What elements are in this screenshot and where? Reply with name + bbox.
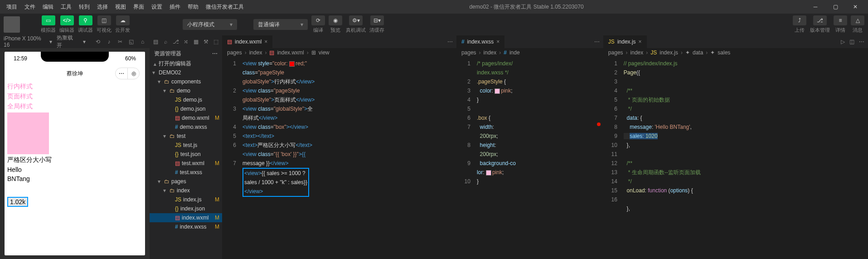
editor-group: ▤index.wxml× ⋯ pages› index› ▤index.wxml…: [222, 35, 868, 259]
more-icon[interactable]: ⋯: [212, 50, 218, 57]
folder-test[interactable]: ▾🗀test: [150, 132, 222, 141]
pink-swatch: [486, 170, 491, 176]
files-icon[interactable]: ▤: [152, 38, 159, 46]
search-icon[interactable]: ⌕: [162, 38, 169, 46]
menu-file[interactable]: 文件: [22, 3, 38, 11]
debugger-button[interactable]: ⚲: [79, 15, 92, 25]
details-button[interactable]: ≡: [834, 15, 847, 25]
page-style-text: 页面样式: [5, 92, 145, 102]
tab-bar-1: ▤index.wxml× ⋯: [223, 35, 456, 48]
file-index.js[interactable]: JSindex.jsM: [150, 195, 222, 204]
phone-notch: [41, 52, 109, 62]
menu-tool[interactable]: 工具: [58, 3, 74, 11]
menu-goto[interactable]: 转到: [76, 3, 92, 11]
menu-view[interactable]: 视图: [112, 3, 129, 11]
tab-index-js[interactable]: JS index.js×: [604, 35, 647, 48]
dots-icon[interactable]: ⋯: [594, 39, 600, 45]
menu-edit[interactable]: 编辑: [40, 3, 56, 11]
project-root[interactable]: ▾DEMO02: [150, 68, 222, 77]
code-area-2[interactable]: 1 234567 8 9 10 /* pages/index/ index.wx…: [457, 57, 603, 259]
capsule[interactable]: ⋯◎: [115, 68, 140, 79]
activity-bar: ▤ ⌕ ⎇ ⤭ ▦ ⚒ ⬚: [150, 35, 222, 48]
file-test.wxml[interactable]: ▤test.wxmlM: [150, 159, 222, 168]
file-demo.wxml[interactable]: ▤demo.wxmlM: [150, 113, 222, 122]
version-button[interactable]: ⎇: [813, 15, 827, 25]
tab-index-wxss[interactable]: #index.wxss×: [457, 35, 504, 48]
avatar[interactable]: [4, 16, 20, 33]
cube-icon[interactable]: ⬚: [213, 38, 219, 46]
menu-devtools[interactable]: 微信开发者工具: [203, 3, 247, 11]
phone-body: 行内样式 页面样式 全局样式 严格区分大小写 Hello BNTang 1.02…: [5, 82, 145, 207]
open-editors-section[interactable]: ▸打开的编辑器: [150, 59, 222, 68]
cloud-button[interactable]: ☁: [116, 15, 130, 25]
close-button[interactable]: ✕: [846, 0, 864, 14]
file-demo.wxss[interactable]: #demo.wxss: [150, 122, 222, 132]
breadcrumb-2[interactable]: pages› index› #inde: [457, 48, 603, 57]
hotreload-label[interactable]: 热重载 开: [57, 35, 78, 49]
code-area-3[interactable]: 12345678910111213141516 // pages/index/i…: [604, 57, 868, 259]
mode-dropdown[interactable]: 小程序模式▾: [183, 19, 237, 30]
editor-wxss: #index.wxss× ⋯ pages› index› #inde 1 234…: [456, 35, 603, 259]
sales-display: 1.02k: [7, 197, 28, 207]
dots-icon[interactable]: ⋯: [447, 39, 453, 45]
compile-mode-dropdown[interactable]: 普通编译▾: [253, 19, 308, 30]
preview-button[interactable]: ◉: [329, 15, 342, 25]
tab-bar-3: JS index.js× ▷◫⋯: [604, 35, 868, 48]
rotate-icon[interactable]: ⟲: [95, 38, 102, 45]
code-area-1[interactable]: 1 2 3 456 7 <view style="color: red;" cl…: [223, 57, 456, 259]
breadcrumb-3[interactable]: pages› index› JS index.js› ✦data› ✦sales: [604, 48, 868, 57]
run-icon[interactable]: ▷: [841, 39, 845, 45]
file-test.wxss[interactable]: #test.wxss: [150, 168, 222, 177]
audio-icon[interactable]: ♪: [106, 38, 112, 45]
menu-project[interactable]: 项目: [4, 3, 20, 11]
phone-battery: 60%: [125, 55, 136, 62]
toolbox-icon[interactable]: ⚒: [203, 38, 209, 46]
file-index.wxml[interactable]: ▤index.wxmlM: [150, 213, 222, 222]
remote-debug-button[interactable]: ⚙▾: [349, 15, 363, 25]
editor-js: JS index.js× ▷◫⋯ pages› index› JS index.…: [603, 35, 868, 259]
folder-pages[interactable]: ▾🗀pages: [150, 177, 222, 186]
menu-plugin[interactable]: 插件: [167, 3, 183, 11]
dots-icon[interactable]: ⋯: [859, 39, 864, 45]
file-index.wxss[interactable]: #index.wxssM: [150, 222, 222, 231]
device-label[interactable]: iPhone X 100% 16: [4, 35, 45, 48]
branch-icon[interactable]: ⎇: [173, 38, 179, 46]
nav-title: 蔡徐坤: [67, 70, 83, 78]
error-dot[interactable]: [597, 122, 601, 126]
file-demo.json[interactable]: {}demo.json: [150, 104, 222, 113]
phone-frame: 12:59 60% 蔡徐坤 ⋯◎ 行内样式 页面样式 全局样式 严格区分大小写 …: [5, 52, 145, 255]
file-test.json[interactable]: {}test.json: [150, 150, 222, 159]
compile-button[interactable]: ⟳: [311, 15, 325, 25]
file-test.js[interactable]: JStest.js: [150, 141, 222, 150]
close-icon: ×: [496, 39, 499, 45]
minimize-button[interactable]: ─: [806, 0, 824, 14]
cut-icon[interactable]: ✂: [117, 38, 124, 45]
join-icon[interactable]: ⤭: [183, 38, 189, 46]
close-icon: ×: [639, 39, 642, 45]
visualizer-button[interactable]: ◫: [97, 15, 111, 25]
titlebar: 项目 文件 编辑 工具 转到 选择 视图 界面 设置 插件 帮助 微信开发者工具…: [0, 0, 868, 14]
folder-demo[interactable]: ▾🗀demo: [150, 86, 222, 95]
grid-icon[interactable]: ▦: [193, 38, 199, 46]
tab-bar-2: #index.wxss× ⋯: [457, 35, 603, 48]
maximize-button[interactable]: ▢: [826, 0, 844, 14]
file-demo.js[interactable]: JSdemo.js: [150, 95, 222, 104]
clear-cache-button[interactable]: ⊟▾: [370, 15, 384, 25]
menu-select[interactable]: 选择: [94, 3, 111, 11]
main: iPhone X 100% 16 ▾ 热重载 开 ▾ ⟲ ♪ ✂ ◱ ⌂ 12:…: [0, 35, 868, 259]
editor-button[interactable]: </>: [60, 15, 74, 25]
tab-index-wxml[interactable]: ▤index.wxml×: [223, 35, 272, 48]
popout-icon[interactable]: ◱: [128, 38, 135, 45]
folder-index[interactable]: ▾🗀index: [150, 186, 222, 195]
breadcrumb-1[interactable]: pages› index› ▤index.wxml› ⊞view: [223, 48, 456, 57]
menu-help[interactable]: 帮助: [185, 3, 201, 11]
folder-components[interactable]: ▾🗀components: [150, 77, 222, 86]
menu-interface[interactable]: 界面: [131, 3, 147, 11]
file-index.json[interactable]: {}index.json: [150, 204, 222, 213]
simulator-button[interactable]: ▭: [42, 15, 55, 25]
menu-settings[interactable]: 设置: [149, 3, 165, 11]
home-icon[interactable]: ⌂: [139, 38, 146, 45]
upload-button[interactable]: ⤴: [793, 15, 806, 25]
notify-button[interactable]: △: [851, 15, 864, 25]
split-icon[interactable]: ◫: [849, 39, 854, 45]
